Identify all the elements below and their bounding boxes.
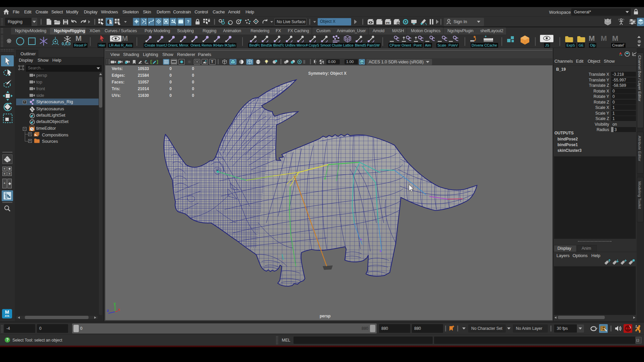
svg-text:M: M <box>612 35 618 42</box>
svg-text:M: M <box>589 35 595 42</box>
svg-text:M: M <box>122 35 128 42</box>
svg-text:M: M <box>601 35 607 42</box>
svg-text:?: ? <box>187 19 190 24</box>
svg-text:ON: ON <box>361 61 364 63</box>
svg-text:IPR: IPR <box>386 22 390 24</box>
svg-text:M: M <box>75 35 82 42</box>
